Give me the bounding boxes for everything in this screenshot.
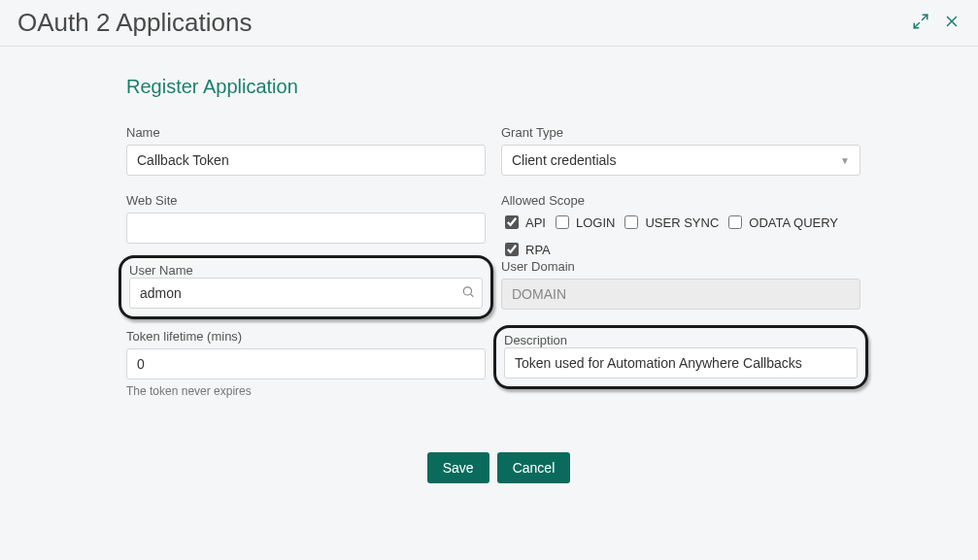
svg-point-4 xyxy=(463,287,471,295)
scope-odata-checkbox[interactable] xyxy=(728,215,742,229)
scope-api-checkbox[interactable] xyxy=(505,215,519,229)
description-field-wrap: Description xyxy=(501,329,860,398)
chevron-down-icon: ▼ xyxy=(840,155,850,166)
button-row: Save Cancel xyxy=(126,452,871,483)
scope-api[interactable]: API xyxy=(501,213,546,232)
scope-login-label: LOGIN xyxy=(576,215,615,230)
token-lifetime-input[interactable] xyxy=(126,348,486,379)
form-grid: Name Grant Type Client credentials ▼ Web… xyxy=(126,125,871,398)
grant-type-label: Grant Type xyxy=(501,125,860,140)
scope-odata[interactable]: ODATA QUERY xyxy=(725,213,838,232)
username-field-wrap: User Name xyxy=(126,259,486,312)
search-icon[interactable] xyxy=(461,285,475,302)
grant-type-field: Grant Type Client credentials ▼ xyxy=(501,125,860,176)
username-input[interactable] xyxy=(129,278,483,309)
grant-type-select[interactable]: Client credentials ▼ xyxy=(501,145,860,176)
scope-login-checkbox[interactable] xyxy=(556,215,569,229)
allowed-scope-label: Allowed Scope xyxy=(501,193,860,208)
cancel-button[interactable]: Cancel xyxy=(497,452,571,483)
name-label: Name xyxy=(126,125,486,140)
scope-rpa-checkbox[interactable] xyxy=(505,243,519,256)
allowed-scope-field: Allowed Scope API LOGIN USER SYNC ODATA … xyxy=(501,193,860,246)
scope-usersync-label: USER SYNC xyxy=(645,215,719,230)
username-highlight: User Name xyxy=(118,255,493,319)
page-title: OAuth 2 Applications xyxy=(17,8,252,38)
name-field: Name xyxy=(126,125,486,176)
scope-usersync-checkbox[interactable] xyxy=(624,215,638,229)
website-label: Web Site xyxy=(126,193,486,208)
token-lifetime-field: Token lifetime (mins) The token never ex… xyxy=(126,329,486,398)
scope-checkboxes: API LOGIN USER SYNC ODATA QUERY RPA xyxy=(501,213,860,246)
description-highlight: Description xyxy=(493,325,868,389)
token-lifetime-helper: The token never expires xyxy=(126,384,486,398)
scope-rpa-label: RPA xyxy=(525,243,551,257)
website-input[interactable] xyxy=(126,213,486,244)
userdomain-label: User Domain xyxy=(501,259,860,274)
form-title: Register Application xyxy=(126,76,871,98)
save-button[interactable]: Save xyxy=(427,452,489,483)
svg-line-1 xyxy=(914,23,919,28)
name-input[interactable] xyxy=(126,145,486,176)
userdomain-value: DOMAIN xyxy=(501,279,860,310)
scope-usersync[interactable]: USER SYNC xyxy=(621,213,719,232)
header-icons xyxy=(912,13,961,33)
website-field: Web Site xyxy=(126,193,486,246)
form-content: Register Application Name Grant Type Cli… xyxy=(0,47,978,503)
grant-type-value: Client credentials xyxy=(512,152,616,168)
scope-api-label: API xyxy=(525,215,546,230)
description-label: Description xyxy=(504,333,567,347)
scope-odata-label: ODATA QUERY xyxy=(749,215,838,230)
page-header: OAuth 2 Applications xyxy=(0,0,978,47)
svg-line-5 xyxy=(471,294,474,297)
expand-icon[interactable] xyxy=(912,13,929,33)
scope-rpa[interactable]: RPA xyxy=(501,240,551,259)
description-input[interactable] xyxy=(504,347,858,379)
username-label: User Name xyxy=(129,263,193,278)
userdomain-field: User Domain DOMAIN xyxy=(501,259,860,312)
scope-login[interactable]: LOGIN xyxy=(552,213,615,232)
username-input-wrap xyxy=(129,278,483,309)
close-icon[interactable] xyxy=(943,13,961,33)
svg-line-0 xyxy=(923,15,927,19)
token-lifetime-label: Token lifetime (mins) xyxy=(126,329,486,344)
